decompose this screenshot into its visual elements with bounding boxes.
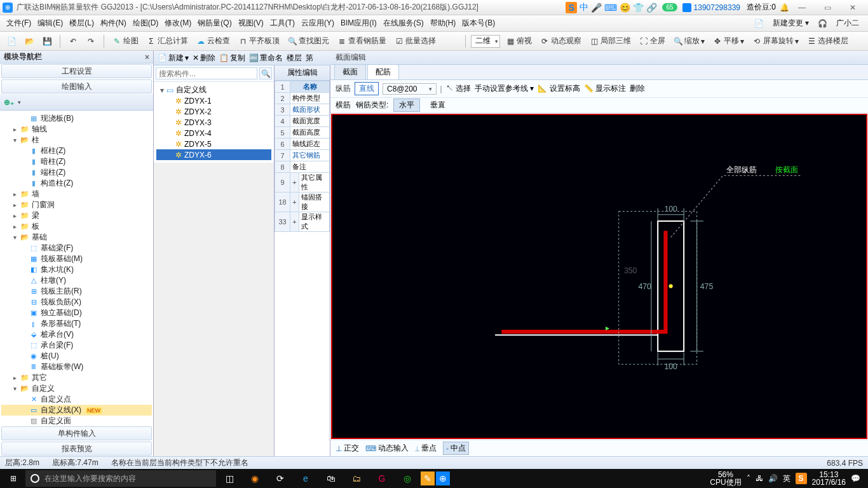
top-view-button[interactable]: ▦俯视 [503, 34, 534, 48]
component-tree[interactable]: ▾▭自定义线✲ZDYX-1✲ZDYX-2✲ZDYX-3✲ZDYX-4✲ZDYX-… [154, 82, 274, 163]
menu-item[interactable]: 在线服务(S) [381, 18, 426, 29]
tree-item[interactable]: ▣独立基础(D) [1, 308, 152, 318]
tree-item[interactable]: ✕自定义点 [1, 394, 152, 405]
nav-close-icon[interactable]: × [145, 53, 149, 62]
line-mode-button[interactable]: 直线 [355, 82, 379, 95]
tree-item[interactable]: Ⅲ基础板带(W) [1, 362, 152, 372]
tree-item[interactable]: ▮端柱(Z) [1, 167, 152, 178]
tree-item[interactable]: ▮暗柱(Z) [1, 156, 152, 167]
tree-item[interactable]: ▦筏板基础(M) [1, 254, 152, 264]
menu-item[interactable]: 绘图(D) [130, 18, 161, 29]
tree-item[interactable]: ◧集水坑(K) [1, 264, 152, 275]
new-change-button[interactable]: 新建变更 ▾ [770, 18, 811, 29]
store-icon[interactable]: 🛍 [319, 469, 343, 488]
property-row[interactable]: 1名称 [275, 81, 330, 93]
menu-item[interactable]: 云应用(Y) [299, 18, 337, 29]
start-button[interactable]: ⊞ [3, 469, 24, 488]
tree-item[interactable]: ◉桩(U) [1, 351, 152, 362]
tree-item[interactable]: ⊞筏板主筋(R) [1, 286, 152, 297]
orbit-button[interactable]: ⟳动态观察 [537, 34, 584, 48]
comp-floor-button[interactable]: 楼层 [287, 53, 302, 64]
tree-item[interactable]: ▾📂自定义 [1, 383, 152, 394]
search-button[interactable]: 🔍 [259, 67, 272, 79]
task-view-icon[interactable]: ◫ [217, 469, 241, 488]
tray-up-icon[interactable]: ˄ [747, 474, 750, 483]
tree-item[interactable]: ▮构造柱(Z) [1, 178, 152, 189]
menu-item[interactable]: 视图(V) [236, 18, 266, 29]
pan-button[interactable]: ✥平移▾ [710, 34, 747, 48]
menu-item[interactable]: 构件(N) [98, 18, 129, 29]
tree-item[interactable]: △柱墩(Y) [1, 275, 152, 286]
open-button[interactable]: 📂 [22, 35, 37, 48]
flat-top-button[interactable]: ⊓平齐板顶 [235, 34, 282, 48]
comp-item[interactable]: ✲ZDYX-3 [156, 117, 271, 128]
undo-button[interactable]: ↶ [65, 35, 81, 48]
nav-report-preview[interactable]: 报表预览 [1, 442, 152, 456]
tree-item[interactable]: ▸📁门窗洞 [1, 200, 152, 210]
tree-item[interactable]: ⫿条形基础(T) [1, 318, 152, 329]
property-table[interactable]: 1名称2构件类型3截面形状4截面宽度5截面高度6轴线距左7其它钢筋8备注9+其它… [275, 81, 330, 456]
comp-copy-button[interactable]: 📋复制 [219, 53, 245, 64]
tree-item[interactable]: ▮框柱(Z) [1, 146, 152, 156]
screen-rotate-button[interactable]: ⟲屏幕旋转▾ [749, 34, 801, 48]
menu-item[interactable]: 楼层(L) [67, 18, 97, 29]
user-id[interactable]: 13907298339 [694, 3, 740, 12]
search-input[interactable] [156, 67, 257, 79]
mid-snap-toggle[interactable]: ◦中点 [443, 442, 469, 455]
cloud-check-button[interactable]: ☁云检查 [193, 34, 233, 48]
tree-item[interactable]: ▾📂柱 [1, 135, 152, 146]
menu-item[interactable]: 工具(T) [268, 18, 297, 29]
dyn-input-toggle[interactable]: ⌨动态输入 [365, 443, 409, 454]
property-row[interactable]: 7其它钢筋 [275, 150, 330, 161]
section-canvas[interactable]: ▸ 100 100 475 470 350 全部纵筋 按截面 [331, 114, 867, 439]
comp-item[interactable]: ✲ZDYX-2 [156, 106, 271, 117]
menu-item[interactable]: 修改(M) [162, 18, 194, 29]
taskbar-app-1[interactable]: ◉ [243, 469, 267, 488]
clock[interactable]: 15:132017/6/16 [812, 471, 846, 486]
property-row[interactable]: 6轴线距左 [275, 139, 330, 150]
lang-indicator[interactable]: 英 [783, 473, 790, 484]
menu-item[interactable]: BIM应用(I) [338, 18, 379, 29]
rebar-spec-combo[interactable]: C8@200 [383, 83, 437, 95]
gx-icon[interactable]: 🎧 [815, 19, 830, 28]
taskbar-app-4[interactable]: ◎ [395, 469, 419, 488]
new-change-icon[interactable]: 📄 [752, 19, 766, 28]
tree-item[interactable]: ▦现浇板(B) [1, 113, 152, 124]
volume-icon[interactable]: 🔊 [768, 474, 778, 483]
taskbar-app-5[interactable]: ✎ [421, 471, 435, 485]
property-row[interactable]: 3截面形状 [275, 104, 330, 116]
explorer-icon[interactable]: 🗂 [344, 469, 369, 488]
comp-item[interactable]: ✲ZDYX-4 [156, 128, 271, 139]
taskbar-search[interactable]: 在这里输入你要搜索的内容 [25, 470, 216, 487]
delete-rebar-button[interactable]: 删除 [630, 83, 645, 94]
menu-item[interactable]: 钢筋量(Q) [195, 18, 234, 29]
network-icon[interactable]: 🖧 [756, 474, 763, 483]
menu-item[interactable]: 文件(F) [4, 18, 34, 29]
menu-item[interactable]: 版本号(B) [459, 18, 498, 29]
fullscreen-button[interactable]: ⛶全屏 [636, 34, 668, 48]
tree-item[interactable]: ⬚承台梁(F) [1, 340, 152, 351]
rebar-qty-button[interactable]: ≣查看钢筋量 [334, 34, 389, 48]
ime-toolbar[interactable]: S 中🎤⌨😊👕🔗 [566, 2, 657, 13]
property-row[interactable]: 5截面高度 [275, 127, 330, 139]
comp-item[interactable]: ✲ZDYX-5 [156, 139, 271, 149]
taskbar-app-3[interactable]: G [370, 469, 394, 488]
zoom-button[interactable]: 🔍缩放▾ [670, 34, 707, 48]
tree-item[interactable]: ⊟筏板负筋(X) [1, 297, 152, 308]
select-floor-button[interactable]: ☰选择楼层 [804, 34, 851, 48]
nav-dropdown-icon[interactable]: ▾ [18, 99, 21, 105]
comp-new-button[interactable]: 📄新建▾ [158, 53, 189, 64]
tree-item[interactable]: ▸📁板 [1, 221, 152, 232]
comp-delete-button[interactable]: ✕删除 [193, 53, 215, 64]
comp-num-button[interactable]: 第 [306, 53, 313, 64]
horizontal-button[interactable]: 水平 [393, 98, 420, 112]
nav-project-settings[interactable]: 工程设置 [1, 64, 152, 78]
comp-item[interactable]: ✲ZDYX-6 [156, 149, 271, 160]
comp-item[interactable]: ✲ZDYX-1 [156, 95, 271, 106]
set-elev-button[interactable]: 📐 设置标高 [538, 83, 580, 94]
system-tray[interactable]: 56%CPU使用 ˄ 🖧 🔊 英 S 15:132017/6/16 💬 [710, 471, 865, 486]
property-row[interactable]: 4截面宽度 [275, 116, 330, 127]
perp-snap-toggle[interactable]: ⟂垂点 [415, 443, 437, 454]
comp-rename-button[interactable]: 🔤重命名 [249, 53, 283, 64]
sogou-tray-icon[interactable]: S [796, 473, 807, 484]
